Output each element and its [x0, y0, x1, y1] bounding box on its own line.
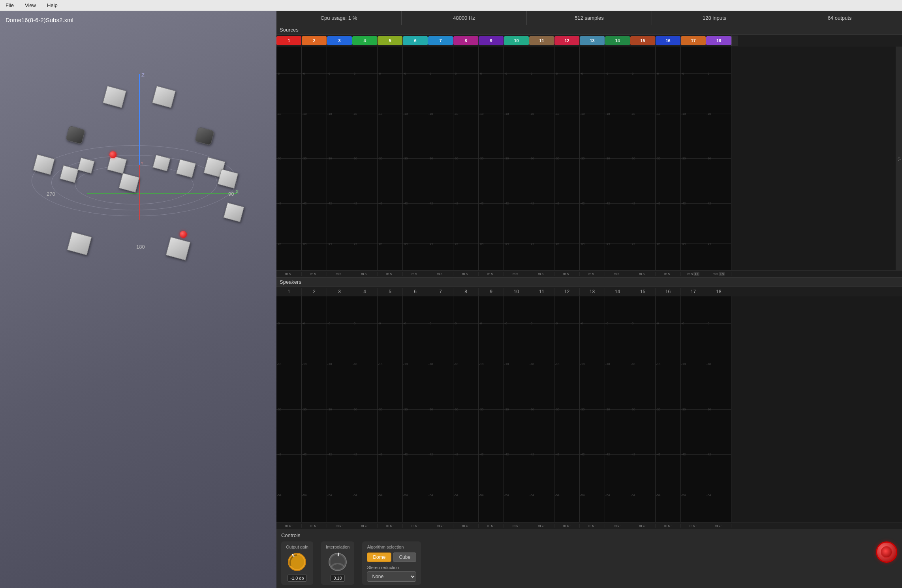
- ms-m-btn[interactable]: m: [487, 272, 490, 276]
- ms-m-btn[interactable]: m: [513, 272, 516, 276]
- src-badge-4[interactable]: 4: [352, 36, 378, 45]
- ms-m-btn[interactable]: m: [412, 272, 415, 276]
- ms-s-btn[interactable]: s: [390, 524, 392, 528]
- cube-12[interactable]: [166, 237, 191, 260]
- source-dot-2[interactable]: [180, 231, 187, 238]
- menu-help[interactable]: Help: [45, 2, 60, 9]
- ms-s-btn[interactable]: s: [643, 272, 645, 276]
- ms-s-btn[interactable]: s: [466, 272, 468, 276]
- cube-8[interactable]: [176, 159, 196, 178]
- ms-m-btn[interactable]: m: [361, 272, 364, 276]
- src-badge-15[interactable]: 15: [630, 36, 656, 45]
- ms-m-btn[interactable]: m: [361, 524, 364, 528]
- ms-m-btn[interactable]: m: [538, 524, 541, 528]
- ms-s-btn[interactable]: s: [716, 272, 718, 276]
- cube-4[interactable]: [60, 165, 79, 183]
- ms-s-btn[interactable]: s: [289, 272, 291, 276]
- ms-s-btn[interactable]: s: [592, 524, 594, 528]
- cube-7[interactable]: [152, 155, 171, 172]
- ms-s-btn[interactable]: s: [567, 524, 569, 528]
- cube-5[interactable]: [77, 157, 94, 174]
- ms-m-btn[interactable]: m: [639, 524, 642, 528]
- ms-s-btn[interactable]: s: [668, 524, 670, 528]
- ms-s-btn[interactable]: s: [365, 272, 367, 276]
- cube-1[interactable]: [103, 86, 126, 108]
- src-badge-3[interactable]: 3: [327, 36, 352, 45]
- ms-s-btn[interactable]: s: [719, 524, 721, 528]
- src-badge-7[interactable]: 7: [428, 36, 453, 45]
- ms-s-btn[interactable]: s: [491, 272, 493, 276]
- src-badge-5[interactable]: 5: [378, 36, 403, 45]
- interpolation-knob[interactable]: [327, 552, 348, 572]
- cube-3[interactable]: [33, 154, 54, 175]
- ms-s-btn[interactable]: s: [441, 524, 443, 528]
- ms-s-btn[interactable]: s: [693, 524, 695, 528]
- menu-file[interactable]: File: [3, 2, 16, 9]
- ms-m-btn[interactable]: m: [437, 524, 440, 528]
- ms-m-btn[interactable]: m: [588, 524, 592, 528]
- ms-s-btn[interactable]: s: [517, 524, 519, 528]
- ms-m-btn[interactable]: m: [712, 272, 716, 276]
- cube-2[interactable]: [152, 86, 176, 108]
- ms-s-btn[interactable]: s: [289, 524, 291, 528]
- ms-m-btn[interactable]: m: [687, 272, 690, 276]
- ms-m-btn[interactable]: m: [513, 524, 516, 528]
- ms-m-btn[interactable]: m: [285, 524, 288, 528]
- ms-s-btn[interactable]: s: [466, 524, 468, 528]
- cube-10[interactable]: [218, 169, 239, 189]
- src-badge-11[interactable]: 11: [529, 36, 554, 45]
- cube-center[interactable]: [119, 173, 140, 193]
- ms-m-btn[interactable]: m: [462, 524, 465, 528]
- ms-s-btn[interactable]: s: [340, 272, 342, 276]
- src-badge-17[interactable]: 17: [681, 36, 706, 45]
- src-badge-14[interactable]: 14: [605, 36, 630, 45]
- ms-m-btn[interactable]: m: [614, 272, 617, 276]
- cube-11[interactable]: [67, 232, 92, 255]
- speaker-dark-1[interactable]: [66, 125, 85, 144]
- src-badge-6[interactable]: 6: [403, 36, 428, 45]
- ms-m-btn[interactable]: m: [487, 524, 490, 528]
- ms-m-btn[interactable]: m: [715, 524, 718, 528]
- src-badge-8[interactable]: 8: [453, 36, 479, 45]
- ms-s-btn[interactable]: s: [618, 524, 620, 528]
- ms-m-btn[interactable]: m: [285, 272, 288, 276]
- output-gain-knob[interactable]: [287, 552, 307, 572]
- ms-m-btn[interactable]: m: [588, 272, 592, 276]
- ms-s-btn[interactable]: s: [415, 524, 417, 528]
- src-badge-13[interactable]: 13: [580, 36, 605, 45]
- ms-s-btn[interactable]: s: [390, 272, 392, 276]
- ms-m-btn[interactable]: m: [386, 524, 389, 528]
- cube-6[interactable]: [107, 155, 127, 174]
- ms-s-btn[interactable]: s: [340, 524, 342, 528]
- source-dot-1[interactable]: [109, 151, 117, 158]
- ms-m-btn[interactable]: m: [614, 524, 617, 528]
- ms-s-btn[interactable]: s: [567, 272, 569, 276]
- ms-s-btn[interactable]: s: [365, 524, 367, 528]
- src-badge-16[interactable]: 16: [656, 36, 681, 45]
- ms-m-btn[interactable]: m: [563, 272, 566, 276]
- algo-dome-button[interactable]: Dome: [367, 552, 391, 562]
- src-badge-9[interactable]: 9: [479, 36, 504, 45]
- src-badge-1[interactable]: 1: [276, 36, 302, 45]
- ms-m-btn[interactable]: m: [462, 272, 465, 276]
- stereo-reduction-select[interactable]: None: [367, 571, 416, 582]
- ms-m-btn[interactable]: m: [664, 524, 667, 528]
- cube-13[interactable]: [224, 202, 244, 222]
- src-badge-10[interactable]: 10: [504, 36, 529, 45]
- ms-s-btn[interactable]: s: [592, 272, 594, 276]
- ms-s-btn[interactable]: s: [542, 272, 544, 276]
- src-badge-18[interactable]: 18: [706, 36, 731, 45]
- ms-m-btn[interactable]: m: [310, 272, 314, 276]
- ms-m-btn[interactable]: m: [336, 272, 339, 276]
- ms-m-btn[interactable]: m: [336, 524, 339, 528]
- ms-s-btn[interactable]: s: [691, 272, 693, 276]
- ms-s-btn[interactable]: s: [517, 272, 519, 276]
- ms-m-btn[interactable]: m: [538, 272, 541, 276]
- ms-s-btn[interactable]: s: [618, 272, 620, 276]
- ms-m-btn[interactable]: m: [690, 524, 693, 528]
- ms-s-btn[interactable]: s: [491, 524, 493, 528]
- src-badge-12[interactable]: 12: [554, 36, 580, 45]
- speaker-dark-2[interactable]: [195, 127, 214, 146]
- ms-s-btn[interactable]: s: [441, 272, 443, 276]
- ms-s-btn[interactable]: s: [314, 524, 316, 528]
